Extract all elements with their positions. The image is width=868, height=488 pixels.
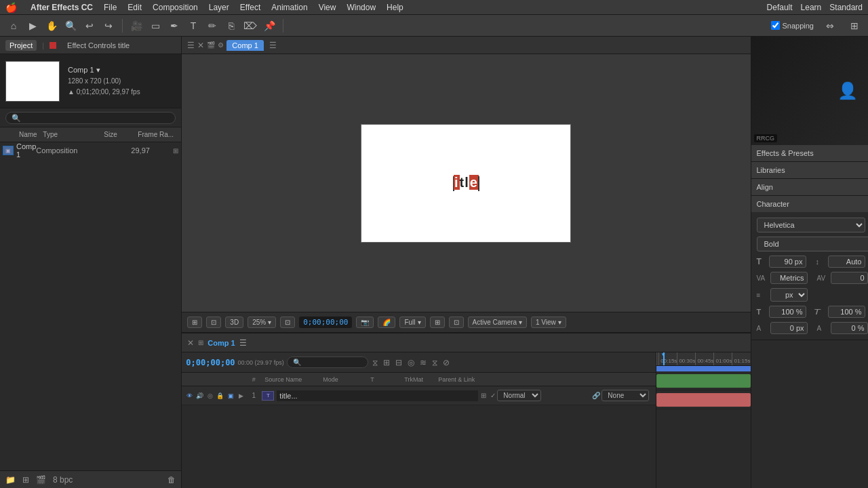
menu-view[interactable]: View [319,3,336,12]
comp-panel-menu[interactable]: ☰ [187,41,195,50]
apple-menu[interactable]: 🍎 [5,2,17,13]
menu-composition[interactable]: Composition [153,3,198,12]
zoom-selector[interactable]: 25% ▾ [248,317,276,328]
tracking-input[interactable] [831,272,868,284]
parent-link-icon[interactable]: 🔗 [592,392,600,399]
tl-toggle-switches-btn[interactable]: ⊞ [382,357,391,369]
libraries-header[interactable]: Libraries [751,162,869,178]
layer-visibility-btn[interactable]: 👁 [184,391,193,401]
layer-lock-btn[interactable]: 🔒 [216,391,224,401]
menu-layer[interactable]: Layer [209,3,229,12]
menu-workspace-standard[interactable]: Standard [829,3,863,12]
align-snap-btn[interactable]: ⇔ [822,18,838,34]
timeline-timecode[interactable]: 0;00;00;00 [186,358,235,367]
brush-tool[interactable]: ✏ [204,18,220,34]
menu-file[interactable]: File [104,3,117,12]
play-tool[interactable]: ▶ [24,18,41,34]
comp-tab-settings-icon[interactable]: ☰ [269,41,277,50]
clone-tool[interactable]: ⎘ [223,18,239,34]
timecode-display[interactable]: 0;00;00;00 [299,317,352,328]
text-tool[interactable]: T [185,18,201,34]
redo-tool[interactable]: ↪ [100,18,117,34]
layer-row-1[interactable]: 👁 🔊 ◎ 🔒 ▣ ▶ 1 T ⊞ ✓ [182,386,656,405]
comp-tab-comp1[interactable]: Comp 1 [226,40,264,51]
baseline-shift-input[interactable] [770,322,808,334]
comp-panel-settings[interactable]: ⚙ [218,41,224,49]
menu-animation[interactable]: Animation [271,3,307,12]
align-header[interactable]: Align [751,179,869,195]
tl-frame-blend-btn[interactable]: ⧖ [431,357,439,369]
hand-tool[interactable]: ✋ [43,18,60,34]
new-item-btn[interactable]: 🎬 [35,474,47,486]
tl-motion-blur-btn[interactable]: ≋ [418,357,428,369]
viewer-safe-btn[interactable]: ⊡ [206,317,221,328]
col-header-fps[interactable]: Frame Ra... [138,131,178,138]
col-header-size[interactable]: Size [104,131,138,138]
camera-tool[interactable]: 🎥 [128,18,144,34]
menu-workspace-learn[interactable]: Learn [801,3,822,12]
layer-switches-icon[interactable]: ⊞ [481,392,486,399]
active-camera-selector[interactable]: Active Camera ▾ [468,317,527,328]
tl-toggle-modes-btn[interactable]: ⊟ [394,357,403,369]
layer-solo-btn[interactable]: ◎ [205,391,214,401]
zoom-tool[interactable]: 🔍 [62,18,79,34]
delete-btn[interactable]: 🗑 [166,474,177,486]
col-header-type[interactable]: Type [43,131,104,138]
font-size-input[interactable] [769,256,806,268]
timeline-search-input[interactable] [287,357,368,368]
snapshot-btn[interactable]: 📷 [356,317,374,328]
new-comp-btn[interactable]: ⊞ [21,474,31,486]
project-item-comp1[interactable]: ▣ Comp 1 Composition 29,97 ⊞ [0,142,181,159]
grid-btn[interactable]: ⊞ [846,18,863,34]
pen-tool[interactable]: ✒ [166,18,182,34]
menu-effect[interactable]: Effect [240,3,260,12]
tab-effect-controls[interactable]: Effect Controls title [63,40,134,51]
layer-fx-icon[interactable]: ✓ [490,392,496,399]
fit-comp-btn[interactable]: ⊡ [280,317,295,328]
tl-draft-btn[interactable]: ⊘ [441,357,451,369]
show-channel-btn[interactable]: 🌈 [378,317,395,328]
effects-presets-header[interactable]: Effects & Presets [751,145,869,161]
rect-tool[interactable]: ▭ [147,18,163,34]
parent-select[interactable]: None [601,390,649,401]
composition-viewer[interactable]: itle [182,54,750,312]
layer-mode-select[interactable]: Normal [497,390,541,401]
comp-option-btn[interactable]: ⊞ [430,317,445,328]
layer-collapse-btn[interactable]: ▶ [237,391,245,401]
menu-edit[interactable]: Edit [127,3,142,12]
col-header-name[interactable]: Name [16,131,43,138]
home-tool[interactable]: ⌂ [5,18,22,34]
puppet-tool[interactable]: 📌 [261,18,277,34]
timeline-playhead[interactable] [663,352,665,365]
layer-audio-btn[interactable]: 🔊 [195,391,204,401]
app-name[interactable]: After Effects CC [31,3,93,12]
timeline-menu-btn[interactable]: ☰ [239,338,247,348]
tab-project[interactable]: Project [5,40,37,51]
leading-input[interactable] [828,256,865,268]
snapping-checkbox-label[interactable]: Snapping [771,21,814,30]
unit-select[interactable]: px [770,288,808,302]
viewer-3d-btn[interactable]: 3D [225,317,243,328]
horiz-scale-input[interactable] [828,306,865,318]
layer-name-input[interactable] [277,390,478,401]
layer-color-btn[interactable]: ▣ [226,391,235,401]
viewer-grid-btn[interactable]: ⊞ [187,317,202,328]
snapping-checkbox[interactable] [771,21,780,30]
tsume-input[interactable] [831,322,868,334]
lch-source-name[interactable]: Source Name [262,376,323,383]
font-family-select[interactable]: Helvetica [757,218,865,232]
undo-tool[interactable]: ↩ [81,18,98,34]
color-depth-btn[interactable]: 8 bpc [52,474,74,486]
menu-help[interactable]: Help [387,3,403,12]
eraser-tool[interactable]: ⌦ [242,18,258,34]
vert-scale-input[interactable] [769,306,806,318]
menu-window[interactable]: Window [347,3,376,12]
character-header[interactable]: Character ☰ [751,196,869,212]
tl-solo-btn[interactable]: ◎ [406,357,416,369]
tl-close-btn[interactable]: ✕ [187,338,194,348]
comp-panel-close[interactable]: ✕ [197,41,204,50]
viewer-render-btn[interactable]: ⊡ [449,317,464,328]
kerning-input[interactable] [770,272,808,284]
view-selector[interactable]: 1 View ▾ [531,317,566,328]
project-search-input[interactable] [5,112,176,124]
